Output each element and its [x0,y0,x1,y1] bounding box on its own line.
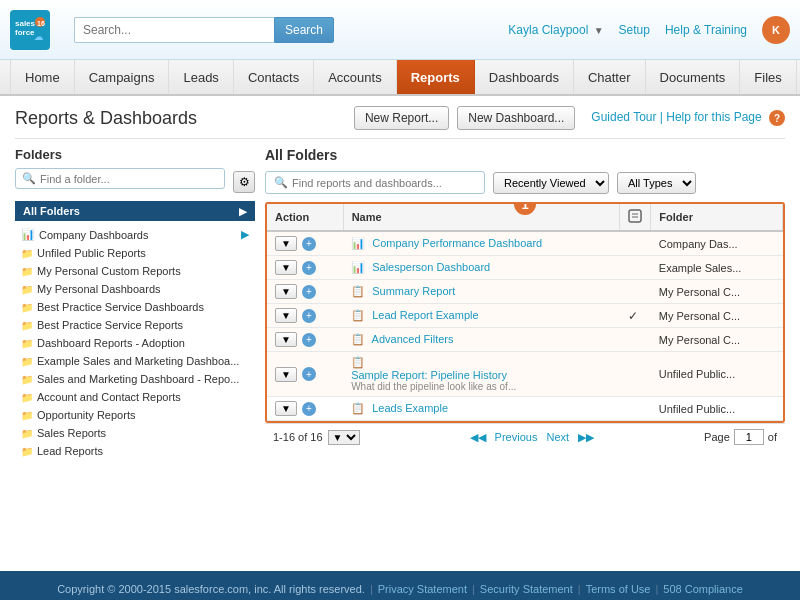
folder-item-example-sales[interactable]: 📁 Example Sales and Marketing Dashboa... [15,352,255,370]
folder-item-dash-adoption[interactable]: 📁 Dashboard Reports - Adoption [15,334,255,352]
footer-pipe-1: | [370,583,373,595]
report-name-link[interactable]: Summary Report [372,285,455,297]
nav-contacts[interactable]: Contacts [234,60,314,94]
report-name-link[interactable]: Leads Example [372,402,448,414]
nav-files[interactable]: Files [740,60,796,94]
guided-tour-link[interactable]: Guided Tour [591,110,656,124]
folder-label: Opportunity Reports [37,409,135,421]
pagination-next-link[interactable]: Next [546,431,569,443]
pagination-range-select[interactable]: ▼ [328,430,360,445]
folder-label: Lead Reports [37,445,103,457]
page-actions: New Report... New Dashboard... Guided To… [354,106,785,130]
folder-item-company-dashboards[interactable]: 📊 Company Dashboards ▶ [15,225,255,244]
row-action-button[interactable]: ▼ [275,401,297,416]
report-table: Action Name Folder [267,204,783,421]
row-action-button[interactable]: ▼ [275,332,297,347]
help-training-link[interactable]: Help & Training [665,23,747,37]
row-action-cell: ▼ + [267,231,343,256]
row-action-cell: ▼ + [267,256,343,280]
nav-chatter[interactable]: Chatter [574,60,646,94]
row-add-button[interactable]: + [302,261,316,275]
help-page-link[interactable]: Help for this Page [666,110,761,124]
folder-item-sales-reports[interactable]: 📁 Sales Reports [15,424,255,442]
nav-home[interactable]: Home [10,60,75,94]
svg-text:sales: sales [15,19,36,28]
folder-item-personal-dash[interactable]: 📁 My Personal Dashboards [15,280,255,298]
nav-campaigns[interactable]: Campaigns [75,60,170,94]
search-input[interactable] [74,17,274,43]
row-action-button[interactable]: ▼ [275,260,297,275]
report-name-link[interactable]: Salesperson Dashboard [372,261,490,273]
doc-icon: 📁 [21,410,33,421]
row-action-button[interactable]: ▼ [275,236,297,251]
report-table-container: 1 Action Name [265,202,785,423]
recently-viewed-select[interactable]: Recently Viewed [493,172,609,194]
report-name-link[interactable]: Advanced Filters [372,333,454,345]
search-button[interactable]: Search [274,17,334,43]
avatar[interactable]: K [762,16,790,44]
help-icon: ? [769,110,785,126]
report-icon: 📋 [351,333,365,345]
footer-security-link[interactable]: Security Statement [480,583,573,595]
pagination: 1-16 of 16 ▼ ◀◀ Previous Next ▶▶ Page of [265,423,785,450]
doc-icon: 📁 [21,356,33,367]
row-add-button[interactable]: + [302,402,316,416]
nav-leads[interactable]: Leads [169,60,233,94]
nav-documents[interactable]: Documents [646,60,741,94]
user-dropdown-icon: ▼ [594,25,604,36]
report-icon: 📋 [351,309,365,321]
pagination-prev-link[interactable]: Previous [495,431,538,443]
folder-label: Unfiled Public Reports [37,247,146,259]
footer-privacy-link[interactable]: Privacy Statement [378,583,467,595]
folder-item-bp-service-reports[interactable]: 📁 Best Practice Service Reports [15,316,255,334]
row-check-cell [620,352,651,397]
setup-link[interactable]: Setup [619,23,650,37]
search-area: Search [74,17,354,43]
report-search-input[interactable] [292,177,476,189]
row-add-button[interactable]: + [302,367,316,381]
row-check-cell [620,397,651,421]
new-dashboard-button[interactable]: New Dashboard... [457,106,575,130]
row-add-button[interactable]: + [302,237,316,251]
row-add-button[interactable]: + [302,309,316,323]
all-folders-arrow-icon: ▶ [239,206,247,217]
user-name-link[interactable]: Kayla Claypool ▼ [508,23,603,37]
report-name-link[interactable]: Company Performance Dashboard [372,237,542,249]
nav-dashboards[interactable]: Dashboards [475,60,574,94]
report-name-link[interactable]: Lead Report Example [372,309,478,321]
table-row: ▼ + 📋 Advanced Filters My Personal C... [267,328,783,352]
nav-accounts[interactable]: Accounts [314,60,396,94]
folder-label: Sales Reports [37,427,106,439]
all-folders-label: All Folders [23,205,80,217]
folder-item-sales-marketing[interactable]: 📁 Sales and Marketing Dashboard - Repo..… [15,370,255,388]
row-add-button[interactable]: + [302,285,316,299]
page-input[interactable] [734,429,764,445]
all-folders-button[interactable]: All Folders ▶ [15,201,255,221]
row-folder-cell: My Personal C... [651,304,783,328]
footer-compliance-link[interactable]: 508 Compliance [663,583,743,595]
table-row: ▼ + 📋 Leads Example Unfiled Public... [267,397,783,421]
folder-item-unfiled[interactable]: 📁 Unfiled Public Reports [15,244,255,262]
footer-terms-link[interactable]: Terms of Use [586,583,651,595]
pagination-first-link[interactable]: ◀◀ [470,431,486,443]
row-action-button[interactable]: ▼ [275,308,297,323]
row-action-button[interactable]: ▼ [275,367,297,382]
row-add-button[interactable]: + [302,333,316,347]
folder-item-lead-reports[interactable]: 📁 Lead Reports [15,442,255,460]
doc-icon: 📁 [21,338,33,349]
folder-item-opportunity[interactable]: 📁 Opportunity Reports [15,406,255,424]
folder-label: Best Practice Service Reports [37,319,183,331]
folder-search-input[interactable] [40,173,218,185]
folder-item-account-contact[interactable]: 📁 Account and Contact Reports [15,388,255,406]
all-types-select[interactable]: All Types [617,172,696,194]
report-icon: 📋 [351,285,365,297]
folder-gear-button[interactable]: ⚙ [233,171,255,193]
new-report-button[interactable]: New Report... [354,106,449,130]
svg-text:☁: ☁ [34,32,43,42]
pagination-last-link[interactable]: ▶▶ [578,431,594,443]
folder-item-personal-custom[interactable]: 📁 My Personal Custom Reports [15,262,255,280]
row-action-button[interactable]: ▼ [275,284,297,299]
report-name-link[interactable]: Sample Report: Pipeline History [351,369,507,381]
nav-reports[interactable]: Reports [397,60,475,94]
folder-item-bp-service-dash[interactable]: 📁 Best Practice Service Dashboards [15,298,255,316]
